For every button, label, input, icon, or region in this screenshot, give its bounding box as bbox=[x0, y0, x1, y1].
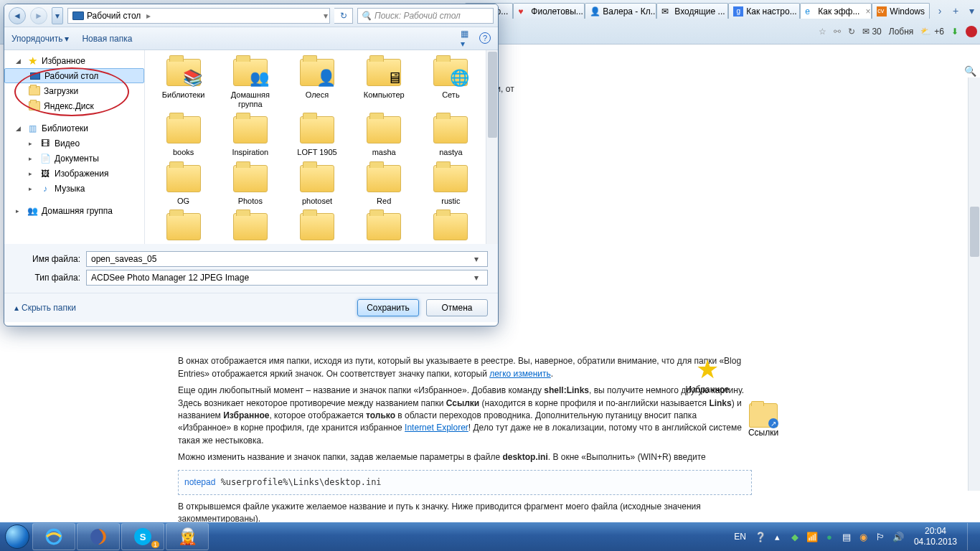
taskbar-skype[interactable]: S1 bbox=[121, 523, 164, 550]
search-input[interactable]: 🔍Поиск: Рабочий стол bbox=[357, 8, 494, 24]
taskbar-ie[interactable] bbox=[32, 523, 75, 550]
tray-expand-icon[interactable]: ▴ bbox=[772, 531, 783, 542]
view-options-button[interactable]: ▦ ▾ bbox=[461, 32, 473, 45]
save-button[interactable]: Сохранить bbox=[357, 299, 419, 316]
folder-item[interactable]: 📚Библиотеки bbox=[151, 56, 216, 110]
folder-item[interactable]: books bbox=[151, 113, 216, 159]
tree-item-music[interactable]: ▸♪Музыка bbox=[4, 181, 144, 196]
pinterest-icon[interactable] bbox=[966, 26, 977, 37]
nav-history-button[interactable]: ▾ bbox=[52, 7, 63, 24]
tab-menu-button[interactable]: ▾ bbox=[964, 4, 979, 18]
folder-item[interactable]: Photos bbox=[217, 162, 283, 207]
folder-item[interactable] bbox=[418, 210, 484, 244]
network-icon[interactable]: 📶 bbox=[806, 531, 818, 542]
show-desktop-button[interactable] bbox=[967, 523, 976, 550]
tab-4[interactable]: gКак настро... bbox=[728, 3, 800, 19]
page-search-icon[interactable]: 🔍 bbox=[961, 63, 979, 79]
folder-item[interactable]: OG bbox=[151, 162, 216, 207]
folder-item[interactable]: LOFT 1905 bbox=[284, 113, 349, 159]
refresh-button[interactable]: ↻ bbox=[334, 8, 353, 24]
taskbar-clock[interactable]: 20:04 04.10.2013 bbox=[910, 526, 961, 547]
tree-libraries-header[interactable]: ◢▥Библиотеки bbox=[4, 121, 144, 136]
nav-forward-button[interactable]: ► bbox=[30, 7, 47, 24]
tree-homegroup-header[interactable]: ▸👥Домашняя группа bbox=[4, 203, 144, 218]
expand-icon[interactable]: ▸ bbox=[29, 140, 36, 147]
folder-item[interactable]: 🌐Сеть bbox=[418, 56, 484, 110]
download-icon[interactable]: ⬇ bbox=[951, 27, 958, 37]
tree-favorites-header[interactable]: ◢★Избранное bbox=[4, 53, 144, 68]
folder-item[interactable] bbox=[284, 210, 349, 244]
article-link[interactable]: легко изменить bbox=[489, 369, 551, 379]
chevron-right-icon[interactable]: ▸ bbox=[145, 11, 152, 21]
tree-item-documents[interactable]: ▸📄Документы bbox=[4, 151, 144, 166]
folder-item[interactable]: 👥Домашняя группа bbox=[217, 56, 283, 110]
tab-3[interactable]: ✉Входящие ... bbox=[656, 3, 728, 19]
folder-item[interactable]: Inspiration bbox=[217, 113, 283, 159]
link-icon[interactable]: ⚯ bbox=[834, 27, 841, 37]
taskbar-firefox[interactable] bbox=[77, 523, 120, 550]
filetype-select[interactable]: ACDSee Photo Manager 12 JPEG Image▾ bbox=[86, 270, 488, 286]
tab-5[interactable]: eКак эфф...× bbox=[800, 3, 872, 19]
reload-icon[interactable]: ↻ bbox=[848, 27, 855, 37]
help-tray-icon[interactable]: ❔ bbox=[755, 531, 766, 542]
scrollbar-thumb[interactable] bbox=[970, 207, 979, 257]
star-outline-icon[interactable]: ☆ bbox=[819, 27, 826, 37]
language-indicator[interactable]: EN bbox=[731, 532, 749, 542]
tab-6[interactable]: cvWindows bbox=[872, 3, 930, 19]
tree-item-downloads[interactable]: Загрузки bbox=[4, 83, 144, 98]
hide-folders-link[interactable]: ▴Скрыть папки bbox=[14, 303, 76, 313]
expand-icon[interactable]: ◢ bbox=[16, 125, 23, 132]
volume-icon[interactable]: 🔊 bbox=[892, 531, 904, 542]
tab-2[interactable]: 👤Валера - Кл... bbox=[585, 3, 656, 19]
tray-icon[interactable]: ◉ bbox=[858, 531, 870, 542]
filename-input[interactable]: open_saveas_05▾ bbox=[86, 251, 488, 267]
folder-item[interactable] bbox=[352, 210, 417, 244]
breadcrumb-root[interactable]: Рабочий стол bbox=[68, 9, 145, 23]
tree-item-desktop[interactable]: Рабочий стол bbox=[4, 68, 144, 83]
breadcrumb-dropdown[interactable]: ▾ bbox=[322, 11, 329, 21]
chevron-down-icon[interactable]: ▾ bbox=[470, 254, 483, 264]
mail-icon[interactable]: ✉ 30 bbox=[862, 27, 882, 37]
folder-item[interactable]: nastya bbox=[418, 113, 484, 159]
tray-icon[interactable]: ◆ bbox=[789, 531, 801, 542]
chevron-down-icon[interactable]: ▾ bbox=[470, 273, 483, 283]
page-scrollbar[interactable] bbox=[968, 77, 980, 491]
tree-item-yadisk[interactable]: Яндекс.Диск bbox=[4, 98, 144, 113]
new-folder-button[interactable]: Новая папка bbox=[82, 34, 132, 44]
article-link[interactable]: Internet Explorer bbox=[405, 423, 468, 433]
video-icon: 🎞 bbox=[39, 138, 51, 149]
tray-icon[interactable]: ● bbox=[824, 531, 835, 542]
folder-item[interactable]: 👤Олеся bbox=[284, 56, 349, 110]
taskbar-app[interactable]: 🧝 bbox=[166, 523, 209, 550]
folder-item[interactable]: Red bbox=[352, 162, 417, 207]
folder-item[interactable]: masha bbox=[352, 113, 417, 159]
folder-item[interactable] bbox=[151, 210, 216, 244]
close-icon[interactable]: × bbox=[865, 6, 870, 17]
weather-city[interactable]: Лобня bbox=[889, 27, 914, 37]
tree-item-video[interactable]: ▸🎞Видео bbox=[4, 136, 144, 151]
nav-back-button[interactable]: ◄ bbox=[9, 7, 26, 24]
folder-item[interactable]: rustic bbox=[418, 162, 484, 207]
expand-icon[interactable]: ▸ bbox=[29, 170, 36, 177]
breadcrumb[interactable]: Рабочий стол ▸ ▾ bbox=[67, 8, 330, 24]
tab-list-button[interactable]: › bbox=[933, 4, 947, 18]
flag-icon[interactable]: 🏳 bbox=[875, 531, 887, 542]
expand-icon[interactable]: ◢ bbox=[16, 57, 23, 65]
content-scrollbar[interactable] bbox=[486, 50, 498, 244]
start-button[interactable] bbox=[3, 522, 32, 551]
new-tab-button[interactable]: + bbox=[948, 4, 963, 18]
expand-icon[interactable]: ▸ bbox=[16, 207, 23, 215]
expand-icon[interactable]: ▸ bbox=[29, 155, 36, 162]
folder-item[interactable] bbox=[217, 210, 283, 244]
cancel-button[interactable]: Отмена bbox=[426, 299, 488, 316]
weather-widget[interactable]: ⛅+6 bbox=[920, 27, 944, 37]
help-button[interactable]: ? bbox=[479, 32, 491, 44]
folder-item[interactable]: 🖥Компьютер bbox=[352, 56, 417, 110]
organize-button[interactable]: Упорядочить ▾ bbox=[11, 34, 69, 44]
folder-item[interactable]: photoset bbox=[284, 162, 349, 207]
expand-icon[interactable]: ▸ bbox=[29, 185, 36, 192]
tab-1[interactable]: ♥Фиолетовы... bbox=[513, 3, 585, 19]
tray-icon[interactable]: ▤ bbox=[841, 531, 852, 542]
scrollbar-thumb[interactable] bbox=[488, 52, 497, 138]
tree-item-images[interactable]: ▸🖼Изображения bbox=[4, 166, 144, 181]
